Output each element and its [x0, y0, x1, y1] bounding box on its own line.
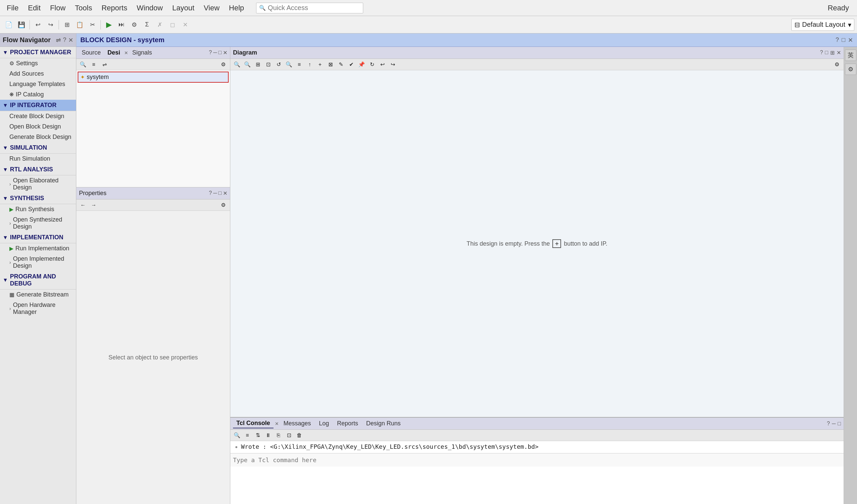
diag-check[interactable]: ✔: [347, 60, 356, 69]
diag-zoom-out[interactable]: 🔍: [243, 60, 252, 69]
nav-close-icon[interactable]: ✕: [68, 36, 73, 44]
menu-window[interactable]: Window: [133, 2, 167, 14]
tab-close-icon[interactable]: ✕: [124, 50, 128, 55]
menu-view[interactable]: View: [200, 2, 224, 14]
tb-redo[interactable]: ↪: [45, 19, 56, 31]
console-tab-messages[interactable]: Messages: [280, 419, 314, 428]
panel-minimize-icon[interactable]: ─: [213, 50, 217, 56]
console-float-icon[interactable]: □: [838, 421, 841, 427]
props-minimize-icon[interactable]: ─: [213, 190, 217, 197]
console-filter-btn[interactable]: ≡: [243, 431, 252, 440]
tb-paste[interactable]: 📋: [74, 19, 86, 31]
nav-pin-icon[interactable]: ⇌: [56, 36, 61, 44]
console-search-btn[interactable]: 🔍: [232, 431, 242, 440]
tb-debug3[interactable]: ✕: [179, 19, 191, 31]
section-rtl-analysis[interactable]: ▼ RTL ANALYSIS: [0, 164, 76, 175]
console-tab-design-runs[interactable]: Design Runs: [363, 419, 404, 428]
tb-sigma[interactable]: Σ: [141, 19, 153, 31]
diag-search[interactable]: 🔍: [284, 60, 293, 69]
diag-zoom-in[interactable]: 🔍: [232, 60, 242, 69]
section-project-manager[interactable]: ▼ PROJECT MANAGER: [0, 47, 76, 58]
tb-undo[interactable]: ↩: [32, 19, 44, 31]
props-forward-btn[interactable]: →: [89, 201, 98, 209]
tb-copy[interactable]: ⊞: [61, 19, 73, 31]
tb-settings[interactable]: ⚙: [128, 19, 140, 31]
diag-align[interactable]: ≡: [295, 60, 304, 69]
bd-help-icon[interactable]: ?: [836, 36, 839, 44]
nav-open-block-design[interactable]: Open Block Design: [0, 121, 76, 132]
tab-signals[interactable]: Signals: [130, 49, 155, 57]
layout-dropdown[interactable]: ⊟ Default Layout ▾: [791, 19, 854, 31]
diag-close-icon[interactable]: ✕: [837, 50, 841, 56]
console-align-btn[interactable]: ⇅: [253, 431, 263, 440]
console-clear-btn[interactable]: 🗑: [295, 431, 304, 440]
diag-refresh[interactable]: ↻: [367, 60, 376, 69]
tab-source[interactable]: Source: [79, 49, 103, 57]
props-close-icon[interactable]: ✕: [223, 190, 227, 197]
nav-add-sources[interactable]: Add Sources: [0, 69, 76, 79]
nav-run-synthesis[interactable]: ▶ Run Synthesis: [0, 204, 76, 215]
console-pause-btn[interactable]: ⏸: [264, 431, 273, 440]
section-synthesis[interactable]: ▼ SYNTHESIS: [0, 193, 76, 204]
nav-run-implementation[interactable]: ▶ Run Implementation: [0, 243, 76, 254]
menu-tools[interactable]: Tools: [71, 2, 96, 14]
section-ip-integrator[interactable]: ▼ IP INTEGRATOR: [0, 100, 76, 111]
section-implementation[interactable]: ▼ IMPLEMENTATION: [0, 232, 76, 243]
panel-close-icon[interactable]: ✕: [223, 50, 227, 56]
nav-generate-block-design[interactable]: Generate Block Design: [0, 132, 76, 142]
diag-expand-icon[interactable]: ⊞: [830, 50, 835, 56]
tb-debug2[interactable]: ◻: [166, 19, 179, 31]
nav-open-synthesized-design[interactable]: › Open Synthesized Design: [0, 215, 76, 232]
nav-create-block-design[interactable]: Create Block Design: [0, 111, 76, 121]
search-bar[interactable]: 🔍: [256, 3, 363, 13]
diag-rotate[interactable]: ↺: [274, 60, 283, 69]
nav-open-hardware-manager[interactable]: › Open Hardware Manager: [0, 300, 76, 317]
nav-scroll-container[interactable]: ▼ PROJECT MANAGER ⚙ Settings Add Sources…: [0, 47, 76, 504]
tab-design[interactable]: Desi: [105, 49, 123, 57]
console-minimize-icon[interactable]: ─: [832, 421, 836, 427]
panel-float-icon[interactable]: □: [218, 50, 222, 56]
diag-redo[interactable]: ↪: [388, 60, 397, 69]
props-back-btn[interactable]: ←: [78, 201, 88, 209]
tab-close-tcl[interactable]: ✕: [275, 421, 279, 426]
nav-ip-catalog[interactable]: ❋ IP Catalog: [0, 89, 76, 100]
bd-close-icon[interactable]: ✕: [848, 36, 853, 44]
nav-run-simulation[interactable]: Run Simulation: [0, 154, 76, 164]
nav-question-icon[interactable]: ?: [63, 36, 66, 44]
diag-route[interactable]: ⊠: [326, 60, 335, 69]
diag-up[interactable]: ↑: [305, 60, 314, 69]
console-tab-tcl[interactable]: Tcl Console: [233, 419, 273, 429]
lang-button[interactable]: 英: [845, 50, 856, 61]
section-simulation[interactable]: ▼ SIMULATION: [0, 142, 76, 154]
diag-settings[interactable]: ⚙: [832, 60, 842, 69]
menu-reports[interactable]: Reports: [97, 2, 131, 14]
console-wrap-btn[interactable]: ⊡: [284, 431, 293, 440]
menu-edit[interactable]: Edit: [24, 2, 45, 14]
console-content[interactable]: • Wrote : <G:\Xilinx_FPGA\Zynq\Key_LED\K…: [230, 441, 844, 504]
nav-language-templates[interactable]: Language Templates: [0, 79, 76, 89]
tb-cut[interactable]: ✂: [86, 19, 98, 31]
panel-help-icon[interactable]: ?: [209, 50, 212, 56]
tb-save[interactable]: 💾: [15, 19, 28, 31]
console-tab-log[interactable]: Log: [316, 419, 332, 428]
diag-undo[interactable]: ↩: [377, 60, 387, 69]
diag-pen[interactable]: ✎: [336, 60, 346, 69]
props-help-icon[interactable]: ?: [209, 190, 212, 197]
tb-search-btn[interactable]: 🔍: [78, 60, 88, 69]
nav-generate-bitstream[interactable]: ▦ Generate Bitstream: [0, 289, 76, 300]
props-settings-btn[interactable]: ⚙: [219, 201, 228, 209]
tb-expand-btn[interactable]: ⇌: [100, 60, 109, 69]
menu-file[interactable]: File: [3, 2, 22, 14]
tb-new[interactable]: 📄: [3, 19, 15, 31]
diag-fit-view[interactable]: ⊞: [253, 60, 263, 69]
source-item-sysytem[interactable]: ✦ sysytem: [78, 72, 229, 83]
console-input[interactable]: [233, 456, 841, 464]
nav-settings[interactable]: ⚙ Settings: [0, 58, 76, 69]
side-settings-btn[interactable]: ⚙: [845, 64, 856, 75]
menu-layout[interactable]: Layout: [168, 2, 198, 14]
diag-float-icon[interactable]: □: [825, 50, 828, 56]
tb-debug1[interactable]: ✗: [154, 19, 166, 31]
nav-open-elaborated-design[interactable]: › Open Elaborated Design: [0, 175, 76, 193]
nav-open-implemented-design[interactable]: › Open Implemented Design: [0, 254, 76, 271]
tb-step[interactable]: ⏭: [116, 19, 128, 31]
